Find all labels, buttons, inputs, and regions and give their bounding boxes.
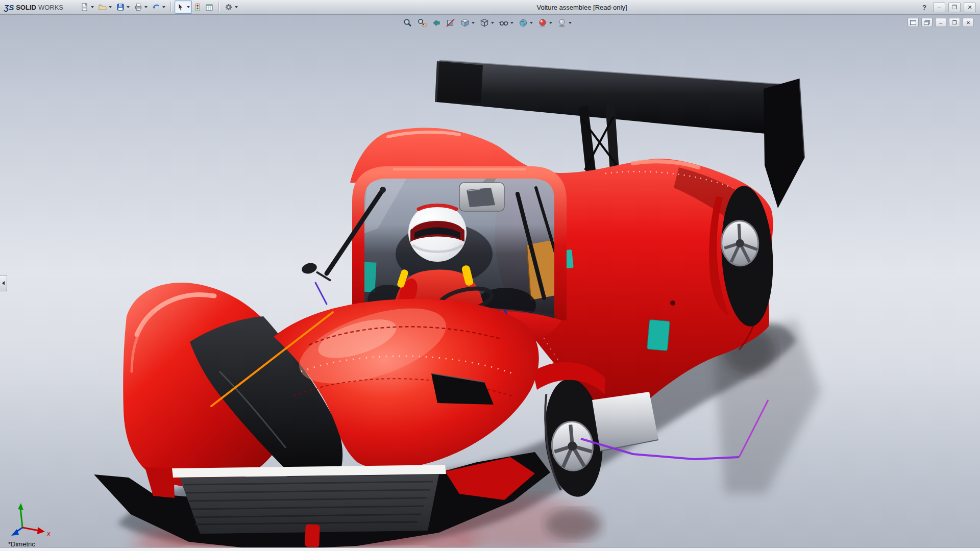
view-orientation-dropdown[interactable]	[490, 20, 495, 26]
titlebar: ƷS SOLIDWORKS	[0, 0, 980, 15]
edit-appearance-icon	[537, 18, 548, 28]
zoom-to-area-button[interactable]	[415, 16, 429, 30]
toolbar-separator	[170, 2, 172, 12]
dassault-logo-mark: ƷS	[4, 3, 14, 12]
options-gear-icon	[224, 3, 233, 12]
zoom-to-fit-button[interactable]	[401, 16, 414, 30]
print-button[interactable]	[132, 1, 150, 14]
save-dropdown[interactable]	[126, 5, 130, 10]
apply-scene-dropdown[interactable]	[529, 20, 533, 26]
display-style-dropdown[interactable]	[471, 20, 475, 26]
rebuild-icon	[194, 3, 201, 12]
doc-restore-button[interactable]: ❐	[949, 18, 960, 27]
graphics-viewport[interactable]: x	[0, 14, 980, 548]
brand-solid: SOLID	[16, 4, 36, 11]
file-properties-icon	[205, 3, 214, 12]
model-canvas[interactable]: x	[0, 14, 980, 548]
open-button[interactable]	[96, 1, 114, 14]
window-cascade-icon[interactable]	[921, 18, 933, 27]
apply-scene-icon	[518, 18, 528, 28]
hide-show-items-dropdown[interactable]	[509, 20, 514, 26]
print-dropdown[interactable]	[143, 5, 148, 10]
rebuild-button[interactable]	[192, 1, 203, 14]
view-orientation-label: *Dimetric	[8, 540, 35, 548]
hide-show-items-button[interactable]	[497, 16, 516, 30]
view-orientation-icon	[479, 18, 489, 28]
status-bar	[0, 547, 980, 551]
window-pane-icon[interactable]	[908, 18, 919, 27]
driver-helmet	[408, 204, 467, 262]
edit-appearance-dropdown[interactable]	[548, 20, 553, 26]
window-title: Voiture assemblee [Read-only]	[536, 4, 627, 11]
doc-minimize-button[interactable]: –	[935, 18, 946, 27]
undo-icon	[152, 3, 161, 12]
display-style-icon	[460, 18, 470, 28]
solidworks-logo: ƷS SOLIDWORKS	[4, 3, 63, 12]
triad-x-label: x	[46, 530, 51, 537]
document-window-controls: – ❐ ✕	[908, 18, 974, 27]
minimize-button[interactable]: –	[933, 3, 945, 12]
open-dropdown[interactable]	[108, 5, 112, 10]
tow-tab	[305, 524, 320, 547]
print-icon	[134, 3, 143, 12]
apply-scene-button[interactable]	[517, 16, 535, 30]
solidworks-window: ƷS SOLIDWORKS	[0, 0, 980, 551]
rear-view-mirror[interactable]	[459, 179, 504, 211]
previous-view-button[interactable]	[430, 16, 443, 30]
select-button[interactable]	[175, 1, 192, 14]
doc-close-button[interactable]: ✕	[963, 18, 974, 27]
save-floppy-icon	[116, 3, 125, 12]
new-document-dropdown[interactable]	[90, 5, 94, 10]
collapse-arrow-icon	[2, 281, 5, 285]
edit-appearance-button[interactable]	[536, 16, 554, 30]
maximize-button[interactable]: ❐	[948, 3, 961, 12]
help-button[interactable]: ?	[919, 3, 930, 12]
view-settings-icon	[557, 18, 567, 28]
select-dropdown[interactable]	[186, 5, 190, 10]
undo-dropdown[interactable]	[161, 5, 166, 10]
view-settings-dropdown[interactable]	[568, 20, 572, 26]
view-settings-button[interactable]	[555, 16, 574, 30]
brand-works: WORKS	[38, 4, 63, 11]
open-folder-icon	[98, 3, 107, 12]
options-button[interactable]	[223, 1, 240, 14]
options-dropdown[interactable]	[234, 5, 238, 10]
file-properties-button[interactable]	[203, 1, 215, 14]
toolbar-separator	[218, 2, 220, 12]
new-document-button[interactable]	[79, 1, 96, 14]
zoom-to-fit-icon	[403, 18, 413, 28]
hide-show-items-icon	[499, 18, 509, 28]
previous-view-icon	[431, 18, 442, 28]
undo-button[interactable]	[150, 1, 167, 14]
section-view-icon	[446, 18, 456, 28]
new-document-icon	[80, 3, 89, 12]
window-controls: ? – ❐ ✕	[919, 0, 976, 14]
close-button[interactable]: ✕	[964, 3, 976, 12]
zoom-to-area-icon	[417, 18, 427, 28]
section-view-button[interactable]	[444, 16, 457, 30]
select-cursor-icon	[176, 3, 185, 12]
display-style-button[interactable]	[458, 16, 477, 30]
view-orientation-button[interactable]	[478, 16, 496, 30]
save-button[interactable]	[114, 1, 132, 14]
headsup-view-toolbar	[401, 16, 574, 30]
wing-endplate	[764, 79, 804, 208]
panel-flyout-arrow[interactable]	[0, 275, 7, 291]
standard-toolbar	[79, 0, 240, 14]
